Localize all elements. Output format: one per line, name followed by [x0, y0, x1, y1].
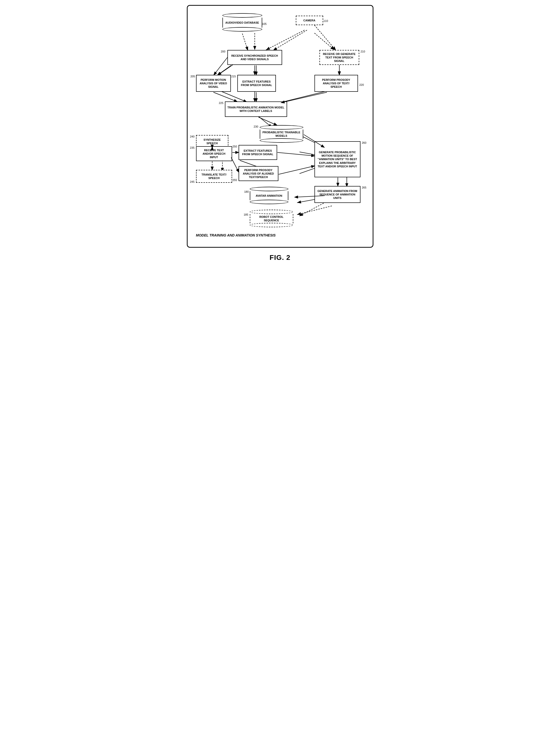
audio-video-db: AUDIO/VIDEO DATABASE	[222, 13, 262, 32]
prob-models-container: PROBABILISTIC TRAINABLE MODELS 230	[260, 125, 303, 143]
diagram-inner: AUDIO/VIDEO DATABASE 105 CAMERA 110 RECE…	[193, 13, 368, 242]
svg-line-45	[300, 203, 324, 216]
svg-line-26	[242, 33, 248, 50]
label-220: 220	[359, 83, 364, 86]
label-240: 240	[190, 135, 195, 138]
svg-line-42	[279, 166, 315, 174]
cylinder-body: AUDIO/VIDEO DATABASE	[222, 18, 262, 28]
extract-features-1-box: EXTRACT FEATURES FROM SPEECH SIGNAL	[237, 75, 276, 92]
extract-features-1-container: EXTRACT FEATURES FROM SPEECH SIGNAL 215	[237, 75, 276, 92]
extract-features-2-container: EXTRACT FEATURES FROM SPEECH SIGNAL 250	[238, 145, 277, 160]
diagram-border: AUDIO/VIDEO DATABASE 105 CAMERA 110 RECE…	[187, 5, 374, 248]
label-245: 245	[190, 180, 195, 183]
cylinder-top	[222, 13, 262, 18]
train-model-box: TRAIN PROBABILISTIC ANIMATION MODEL WITH…	[225, 101, 287, 117]
robot-body: ROBOT CONTROL SEQUENCE	[250, 214, 293, 223]
label-210: 210	[360, 50, 365, 53]
perform-prosody-2-container: PERFORM PROSODY ANALYSIS OF ALIGNED TEXT…	[238, 166, 278, 181]
perform-prosody-2-box: PERFORM PROSODY ANALYSIS OF ALIGNED TEXT…	[238, 166, 278, 181]
label-110: 110	[324, 19, 328, 22]
label-255: 255	[233, 179, 237, 182]
svg-line-5	[314, 33, 334, 50]
avatar-animation: AVATAR ANIMATION	[250, 187, 288, 204]
fig-label: FIG. 2	[187, 254, 374, 262]
translate-text-box: TRANSLATE TEXT/ SPEECH	[196, 170, 232, 183]
robot-control-container: ROBOT CONTROL SEQUENCE 185	[250, 210, 293, 227]
svg-line-34	[281, 92, 327, 103]
receive-text-container: RECEIVE OR GENERATE TEXT FROM SPEECH SIG…	[320, 50, 359, 65]
perform-motion-box: PERFORM MOTION ANALYSIS OF VIDEO SIGNAL	[196, 75, 231, 92]
label-105: 105	[262, 22, 266, 25]
prob-models-top	[260, 125, 303, 130]
robot-control: ROBOT CONTROL SEQUENCE	[250, 210, 293, 227]
label-265: 265	[362, 186, 366, 189]
translate-text-container: TRANSLATE TEXT/ SPEECH 245	[196, 170, 232, 183]
svg-line-4	[266, 30, 305, 50]
label-235: 235	[190, 146, 195, 149]
camera-box: CAMERA	[296, 16, 323, 25]
prob-models-bottom	[260, 138, 303, 143]
label-180: 180	[244, 190, 249, 193]
camera-container: CAMERA 110	[296, 16, 323, 25]
svg-line-32	[213, 92, 237, 102]
svg-line-35	[258, 117, 277, 125]
label-260: 260	[362, 141, 366, 144]
avatar-top	[250, 187, 288, 191]
receive-text-input-container: RECEIVE TEXT AND/OR SPEECH INPUT 235	[196, 146, 232, 161]
svg-line-41	[277, 152, 315, 156]
svg-line-29	[218, 66, 231, 75]
generate-prob-container: GENERATE PROBABILISTIC MOTION SEQUENCE O…	[314, 141, 360, 177]
label-250: 250	[233, 145, 237, 148]
receive-sync-container: RECEIVE SYNCHRONIZED SPEECH AND VIDEO SI…	[227, 50, 282, 65]
avatar-animation-container: AVATAR ANIMATION 180	[250, 187, 288, 204]
generate-animation-box: GENERATE ANIMATION FROM SEQUENCE OF ANIM…	[314, 186, 360, 203]
svg-line-20	[297, 206, 332, 214]
label-185: 185	[244, 213, 248, 216]
page-container: AUDIO/VIDEO DATABASE 105 CAMERA 110 RECE…	[187, 5, 374, 262]
perform-prosody-1-box: PERFORM PROSODY ANALYSIS OF TEXT/ SPEECH	[314, 75, 358, 92]
prob-models-body: PROBABILISTIC TRAINABLE MODELS	[260, 130, 303, 139]
bottom-left-title: MODEL TRAINING AND ANIMATION SYNTHESIS	[196, 233, 276, 238]
perform-prosody-1-container: PERFORM PROSODY ANALYSIS OF TEXT/ SPEECH…	[314, 75, 358, 92]
avatar-body: AVATAR ANIMATION	[250, 191, 288, 200]
robot-top	[250, 210, 293, 214]
robot-bottom	[250, 223, 293, 227]
label-230: 230	[254, 125, 258, 128]
train-model-container: TRAIN PROBABILISTIC ANIMATION MODEL WITH…	[225, 101, 287, 117]
svg-line-28	[314, 25, 336, 50]
label-215: 215	[231, 75, 236, 78]
receive-text-input-box: RECEIVE TEXT AND/OR SPEECH INPUT	[196, 146, 232, 161]
label-225: 225	[219, 101, 223, 104]
extract-features-2-box: EXTRACT FEATURES FROM SPEECH SIGNAL	[238, 145, 277, 160]
perform-motion-container: PERFORM MOTION ANALYSIS OF VIDEO SIGNAL …	[196, 75, 231, 92]
label-200: 200	[221, 50, 225, 53]
svg-line-40	[231, 157, 239, 172]
label-205: 205	[190, 75, 195, 78]
avatar-bottom	[250, 200, 288, 204]
receive-text-box: RECEIVE OR GENERATE TEXT FROM SPEECH SIG…	[320, 50, 359, 65]
generate-prob-box: GENERATE PROBABILISTIC MOTION SEQUENCE O…	[314, 141, 360, 177]
prob-models: PROBABILISTIC TRAINABLE MODELS	[260, 125, 303, 143]
receive-sync-box: RECEIVE SYNCHRONIZED SPEECH AND VIDEO SI…	[227, 50, 282, 65]
generate-animation-container: GENERATE ANIMATION FROM SEQUENCE OF ANIM…	[314, 186, 360, 203]
svg-line-46	[214, 57, 227, 75]
audio-video-db-container: AUDIO/VIDEO DATABASE 105	[222, 13, 262, 32]
cylinder-bottom	[222, 27, 262, 32]
svg-line-27	[273, 30, 307, 50]
